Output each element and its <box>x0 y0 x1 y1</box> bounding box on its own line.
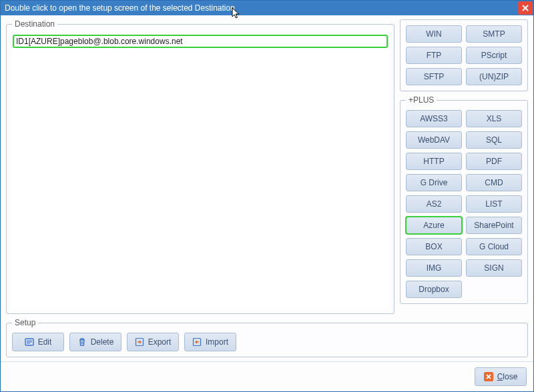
export-button[interactable]: Export <box>127 333 179 351</box>
close-button[interactable]: Close <box>475 367 527 386</box>
right-column: WINSMTPFTPPScriptSFTP(UN)ZIP +PLUS AWSS3… <box>400 19 528 314</box>
dest-type-xls-button[interactable]: XLS <box>466 110 522 127</box>
dest-type-box-button[interactable]: BOX <box>406 238 462 255</box>
close-button-icon <box>484 372 493 381</box>
delete-button[interactable]: Delete <box>69 333 121 351</box>
dest-type-dropbox-button[interactable]: Dropbox <box>406 281 462 298</box>
dest-type-sql-button[interactable]: SQL <box>466 131 522 149</box>
setup-row: Edit Delete Export <box>12 333 522 351</box>
dest-type-smtp-button[interactable]: SMTP <box>466 25 522 43</box>
dest-type-http-button[interactable]: HTTP <box>406 153 462 170</box>
dest-type-cmd-button[interactable]: CMD <box>466 174 522 191</box>
destination-legend: Destination <box>12 19 57 29</box>
dest-type-win-button[interactable]: WIN <box>406 25 462 43</box>
destination-fieldset: Destination ID1[AZURE]pageblob@.blob.cor… <box>6 19 394 314</box>
dest-type-sftp-button[interactable]: SFTP <box>406 68 462 85</box>
dest-type-webdav-button[interactable]: WebDAV <box>406 131 462 149</box>
basic-buttons-fieldset: WINSMTPFTPPScriptSFTP(UN)ZIP <box>400 19 528 91</box>
dialog-window: Double click to open the setup screen of… <box>0 0 534 392</box>
dest-type-sign-button[interactable]: SIGN <box>466 259 522 277</box>
trash-icon <box>77 337 87 347</box>
dialog-body: Destination ID1[AZURE]pageblob@.blob.cor… <box>1 15 533 361</box>
basic-buttons-grid: WINSMTPFTPPScriptSFTP(UN)ZIP <box>406 25 522 85</box>
dest-type-gdrive-button[interactable]: G Drive <box>406 174 462 191</box>
dest-type-azure-button[interactable]: Azure <box>406 217 462 234</box>
import-button[interactable]: Import <box>184 333 236 351</box>
titlebar: Double click to open the setup screen of… <box>1 1 533 15</box>
dest-type-list-button[interactable]: LIST <box>466 195 522 213</box>
setup-legend: Setup <box>12 318 38 327</box>
titlebar-close-button[interactable] <box>518 1 533 15</box>
dest-type-pscript-button[interactable]: PScript <box>466 47 522 64</box>
dest-type-img-button[interactable]: IMG <box>406 259 462 277</box>
setup-fieldset: Setup Edit Delete <box>6 318 528 357</box>
delete-label: Delete <box>91 337 114 347</box>
plus-buttons-grid: AWSS3XLSWebDAVSQLHTTPPDFG DriveCMDAS2LIS… <box>406 110 522 298</box>
edit-label: Edit <box>38 337 52 347</box>
footer: Close <box>1 361 533 391</box>
export-icon <box>135 337 144 347</box>
import-icon <box>192 337 202 347</box>
dest-type-ftp-button[interactable]: FTP <box>406 47 462 64</box>
dest-type-pdf-button[interactable]: PDF <box>466 153 522 170</box>
close-label: Close <box>497 372 518 381</box>
dest-type-unzip-button[interactable]: (UN)ZIP <box>466 68 522 85</box>
edit-icon <box>25 337 34 347</box>
main-row: Destination ID1[AZURE]pageblob@.blob.cor… <box>6 19 528 314</box>
dest-type-gcloud-button[interactable]: G Cloud <box>466 238 522 255</box>
dest-type-sharepoint-button[interactable]: SharePoint <box>466 217 522 234</box>
close-icon <box>522 5 529 11</box>
dest-type-as2-button[interactable]: AS2 <box>406 195 462 213</box>
destination-list[interactable]: ID1[AZURE]pageblob@.blob.core.windows.ne… <box>12 34 388 308</box>
titlebar-text: Double click to open the setup screen of… <box>5 3 517 13</box>
dest-type-awss3-button[interactable]: AWSS3 <box>406 110 462 127</box>
plus-legend: +PLUS <box>406 95 437 105</box>
export-label: Export <box>148 337 172 347</box>
plus-fieldset: +PLUS AWSS3XLSWebDAVSQLHTTPPDFG DriveCMD… <box>400 95 528 304</box>
edit-button[interactable]: Edit <box>12 333 64 351</box>
destination-item[interactable]: ID1[AZURE]pageblob@.blob.core.windows.ne… <box>13 35 387 47</box>
import-label: Import <box>206 337 228 347</box>
